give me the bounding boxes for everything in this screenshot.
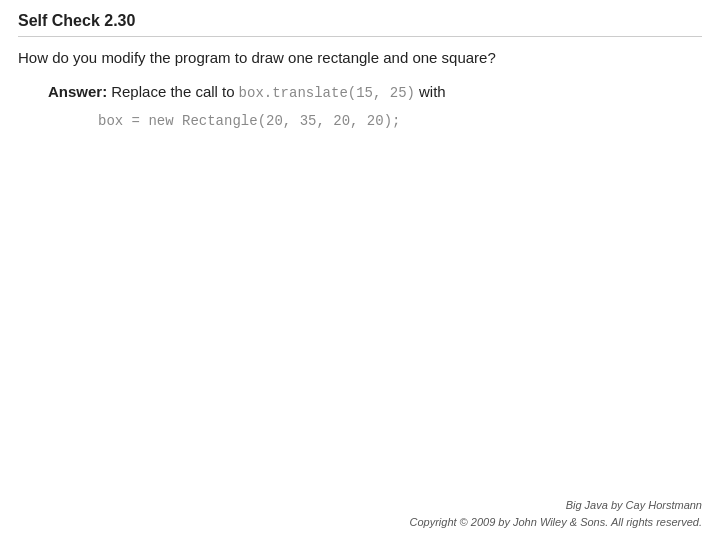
question-text: How do you modify the program to draw on… <box>18 47 702 70</box>
answer-text-after: with <box>419 80 446 104</box>
page-container: Self Check 2.30 How do you modify the pr… <box>0 0 720 540</box>
answer-line: Answer: Replace the call to box.translat… <box>48 80 702 104</box>
title-section: Self Check 2.30 <box>18 12 702 37</box>
answer-text-before: Replace the call to <box>111 80 234 104</box>
answer-code-block: box = new Rectangle(20, 35, 20, 20); <box>98 110 702 132</box>
answer-section: Answer: Replace the call to box.translat… <box>48 80 702 133</box>
answer-code-inline: box.translate(15, 25) <box>239 82 415 104</box>
footer: Big Java by Cay Horstmann Copyright © 20… <box>409 497 702 530</box>
page-title: Self Check 2.30 <box>18 12 135 29</box>
footer-line1: Big Java by Cay Horstmann <box>409 497 702 514</box>
footer-line2: Copyright © 2009 by John Wiley & Sons. A… <box>409 514 702 531</box>
answer-label: Answer: <box>48 80 107 104</box>
